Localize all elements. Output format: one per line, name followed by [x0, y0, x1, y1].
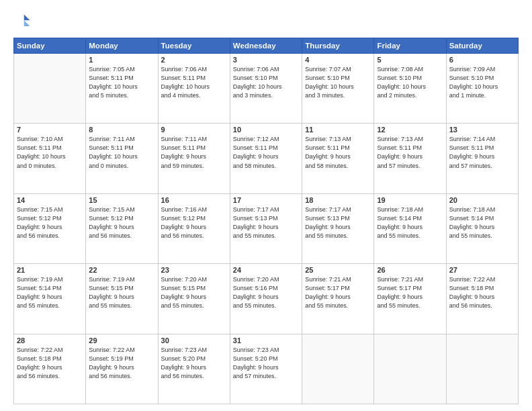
day-number: 27	[449, 266, 515, 274]
day-info: Sunrise: 7:09 AM Sunset: 5:10 PM Dayligh…	[449, 65, 515, 100]
calendar-day-cell: 28Sunrise: 7:22 AM Sunset: 5:18 PM Dayli…	[14, 334, 86, 404]
calendar-day-cell: 9Sunrise: 7:11 AM Sunset: 5:11 PM Daylig…	[158, 124, 230, 193]
day-number: 3	[233, 56, 299, 64]
day-info: Sunrise: 7:06 AM Sunset: 5:10 PM Dayligh…	[233, 65, 299, 100]
calendar-day-cell: 10Sunrise: 7:12 AM Sunset: 5:11 PM Dayli…	[230, 124, 302, 193]
calendar-day-cell: 7Sunrise: 7:10 AM Sunset: 5:11 PM Daylig…	[14, 124, 86, 193]
calendar-day-cell: 2Sunrise: 7:06 AM Sunset: 5:11 PM Daylig…	[158, 54, 230, 124]
day-number: 4	[305, 56, 371, 64]
day-info: Sunrise: 7:18 AM Sunset: 5:14 PM Dayligh…	[449, 205, 515, 240]
header	[13, 12, 519, 31]
calendar-day-cell	[14, 54, 86, 124]
day-number: 1	[89, 56, 154, 64]
calendar-week-row: 7Sunrise: 7:10 AM Sunset: 5:11 PM Daylig…	[14, 124, 519, 193]
weekday-header-cell: Tuesday	[158, 38, 230, 54]
calendar-week-row: 28Sunrise: 7:22 AM Sunset: 5:18 PM Dayli…	[14, 334, 519, 404]
day-info: Sunrise: 7:22 AM Sunset: 5:18 PM Dayligh…	[17, 346, 83, 381]
day-number: 6	[449, 56, 515, 64]
day-info: Sunrise: 7:22 AM Sunset: 5:18 PM Dayligh…	[449, 275, 515, 310]
day-info: Sunrise: 7:16 AM Sunset: 5:12 PM Dayligh…	[161, 205, 227, 240]
day-number: 16	[161, 196, 227, 204]
day-number: 21	[17, 266, 83, 274]
svg-marker-1	[24, 20, 30, 26]
day-info: Sunrise: 7:21 AM Sunset: 5:17 PM Dayligh…	[305, 275, 371, 310]
day-number: 26	[377, 266, 443, 274]
calendar-day-cell: 21Sunrise: 7:19 AM Sunset: 5:14 PM Dayli…	[14, 264, 86, 334]
day-info: Sunrise: 7:19 AM Sunset: 5:15 PM Dayligh…	[89, 275, 154, 310]
day-number: 25	[305, 266, 371, 274]
day-info: Sunrise: 7:21 AM Sunset: 5:17 PM Dayligh…	[377, 275, 443, 310]
calendar-day-cell: 26Sunrise: 7:21 AM Sunset: 5:17 PM Dayli…	[374, 264, 446, 334]
day-info: Sunrise: 7:07 AM Sunset: 5:10 PM Dayligh…	[305, 65, 371, 100]
calendar-body: 1Sunrise: 7:05 AM Sunset: 5:11 PM Daylig…	[14, 54, 519, 404]
calendar-day-cell: 23Sunrise: 7:20 AM Sunset: 5:15 PM Dayli…	[158, 264, 230, 334]
day-number: 7	[17, 126, 83, 134]
calendar-day-cell: 25Sunrise: 7:21 AM Sunset: 5:17 PM Dayli…	[302, 264, 374, 334]
day-number: 22	[89, 266, 154, 274]
day-number: 11	[305, 126, 371, 134]
day-number: 15	[89, 196, 154, 204]
calendar-day-cell: 3Sunrise: 7:06 AM Sunset: 5:10 PM Daylig…	[230, 54, 302, 124]
calendar-day-cell: 5Sunrise: 7:08 AM Sunset: 5:10 PM Daylig…	[374, 54, 446, 124]
day-info: Sunrise: 7:15 AM Sunset: 5:12 PM Dayligh…	[89, 205, 154, 240]
day-number: 29	[89, 336, 154, 345]
calendar-day-cell	[302, 334, 374, 404]
day-number: 19	[377, 196, 443, 204]
day-number: 28	[17, 336, 83, 345]
day-info: Sunrise: 7:22 AM Sunset: 5:19 PM Dayligh…	[89, 346, 154, 381]
page: SundayMondayTuesdayWednesdayThursdayFrid…	[0, 0, 532, 411]
calendar-week-row: 14Sunrise: 7:15 AM Sunset: 5:12 PM Dayli…	[14, 193, 519, 263]
day-number: 9	[161, 126, 227, 134]
weekday-header-cell: Monday	[86, 38, 158, 54]
weekday-header-cell: Wednesday	[230, 38, 302, 54]
calendar-day-cell	[374, 334, 446, 404]
calendar-day-cell: 16Sunrise: 7:16 AM Sunset: 5:12 PM Dayli…	[158, 193, 230, 263]
calendar-day-cell: 4Sunrise: 7:07 AM Sunset: 5:10 PM Daylig…	[302, 54, 374, 124]
calendar-day-cell: 12Sunrise: 7:13 AM Sunset: 5:11 PM Dayli…	[374, 124, 446, 193]
day-number: 31	[233, 336, 299, 345]
day-info: Sunrise: 7:13 AM Sunset: 5:11 PM Dayligh…	[377, 135, 443, 170]
calendar-day-cell: 15Sunrise: 7:15 AM Sunset: 5:12 PM Dayli…	[86, 193, 158, 263]
weekday-header-cell: Saturday	[446, 38, 518, 54]
day-info: Sunrise: 7:23 AM Sunset: 5:20 PM Dayligh…	[233, 346, 299, 381]
logo	[13, 12, 35, 31]
day-info: Sunrise: 7:13 AM Sunset: 5:11 PM Dayligh…	[305, 135, 371, 170]
weekday-header-cell: Thursday	[302, 38, 374, 54]
day-info: Sunrise: 7:08 AM Sunset: 5:10 PM Dayligh…	[377, 65, 443, 100]
day-info: Sunrise: 7:12 AM Sunset: 5:11 PM Dayligh…	[233, 135, 299, 170]
calendar-day-cell: 18Sunrise: 7:17 AM Sunset: 5:13 PM Dayli…	[302, 193, 374, 263]
day-number: 24	[233, 266, 299, 274]
day-info: Sunrise: 7:11 AM Sunset: 5:11 PM Dayligh…	[161, 135, 227, 170]
day-number: 30	[161, 336, 227, 345]
calendar-day-cell: 29Sunrise: 7:22 AM Sunset: 5:19 PM Dayli…	[86, 334, 158, 404]
calendar-day-cell: 6Sunrise: 7:09 AM Sunset: 5:10 PM Daylig…	[446, 54, 518, 124]
day-number: 2	[161, 56, 227, 64]
day-number: 23	[161, 266, 227, 274]
calendar-week-row: 21Sunrise: 7:19 AM Sunset: 5:14 PM Dayli…	[14, 264, 519, 334]
calendar-day-cell: 14Sunrise: 7:15 AM Sunset: 5:12 PM Dayli…	[14, 193, 86, 263]
logo-icon	[13, 12, 32, 31]
day-number: 13	[449, 126, 515, 134]
day-number: 18	[305, 196, 371, 204]
weekday-header-row: SundayMondayTuesdayWednesdayThursdayFrid…	[14, 38, 519, 54]
calendar-day-cell: 31Sunrise: 7:23 AM Sunset: 5:20 PM Dayli…	[230, 334, 302, 404]
calendar-day-cell: 8Sunrise: 7:11 AM Sunset: 5:11 PM Daylig…	[86, 124, 158, 193]
day-info: Sunrise: 7:20 AM Sunset: 5:15 PM Dayligh…	[161, 275, 227, 310]
calendar-day-cell: 17Sunrise: 7:17 AM Sunset: 5:13 PM Dayli…	[230, 193, 302, 263]
day-number: 10	[233, 126, 299, 134]
day-info: Sunrise: 7:17 AM Sunset: 5:13 PM Dayligh…	[233, 205, 299, 240]
day-info: Sunrise: 7:19 AM Sunset: 5:14 PM Dayligh…	[17, 275, 83, 310]
day-info: Sunrise: 7:20 AM Sunset: 5:16 PM Dayligh…	[233, 275, 299, 310]
calendar-table: SundayMondayTuesdayWednesdayThursdayFrid…	[13, 38, 519, 404]
calendar-day-cell: 11Sunrise: 7:13 AM Sunset: 5:11 PM Dayli…	[302, 124, 374, 193]
day-info: Sunrise: 7:05 AM Sunset: 5:11 PM Dayligh…	[89, 65, 154, 100]
calendar-day-cell: 13Sunrise: 7:14 AM Sunset: 5:11 PM Dayli…	[446, 124, 518, 193]
day-info: Sunrise: 7:23 AM Sunset: 5:20 PM Dayligh…	[161, 346, 227, 381]
calendar-day-cell: 24Sunrise: 7:20 AM Sunset: 5:16 PM Dayli…	[230, 264, 302, 334]
day-number: 12	[377, 126, 443, 134]
calendar-day-cell: 22Sunrise: 7:19 AM Sunset: 5:15 PM Dayli…	[86, 264, 158, 334]
day-number: 17	[233, 196, 299, 204]
weekday-header-cell: Sunday	[14, 38, 86, 54]
calendar-day-cell: 19Sunrise: 7:18 AM Sunset: 5:14 PM Dayli…	[374, 193, 446, 263]
calendar-week-row: 1Sunrise: 7:05 AM Sunset: 5:11 PM Daylig…	[14, 54, 519, 124]
